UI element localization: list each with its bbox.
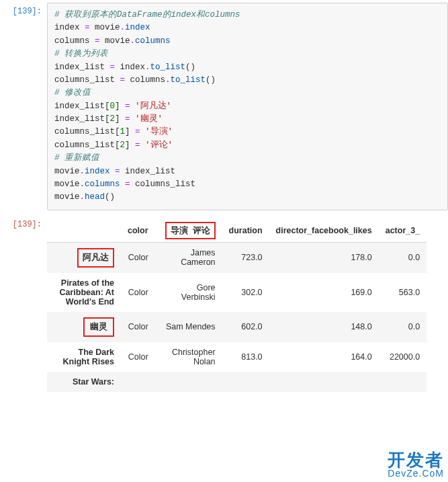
code-comment: # 转换为列表 bbox=[54, 49, 108, 58]
cell-color bbox=[121, 372, 155, 392]
table-row: The Dark Knight Rises Color Christopher … bbox=[47, 342, 427, 372]
output-cell: [139]: color 导演 评论 duration director_fac… bbox=[0, 213, 448, 395]
cell-likes bbox=[379, 372, 427, 392]
cell-director: Gore Verbinski bbox=[155, 273, 222, 312]
code-token: index_list bbox=[120, 167, 176, 176]
code-dot: . bbox=[80, 179, 85, 189]
code-block[interactable]: # 获取到原本的DataFrame的index和columns index = … bbox=[47, 3, 448, 210]
code-attr: index bbox=[125, 23, 150, 32]
cell-director: Christopher Nolan bbox=[155, 342, 222, 372]
col-header-text: 导演 bbox=[171, 226, 188, 235]
table-row: Star Wars: bbox=[47, 372, 427, 392]
code-operator: = bbox=[120, 75, 126, 85]
row-header: 幽灵 bbox=[47, 312, 121, 342]
code-operator: = bbox=[85, 23, 90, 32]
code-token: movie bbox=[54, 192, 80, 202]
output-prompt: [139]: bbox=[0, 216, 47, 392]
cell-likes: 0.0 bbox=[379, 242, 427, 273]
code-token: movie bbox=[100, 36, 130, 46]
code-string: '评论' bbox=[145, 140, 173, 150]
code-number: 1 bbox=[120, 127, 126, 136]
code-token: columns bbox=[54, 36, 95, 46]
cell-critic: 602.0 bbox=[222, 312, 269, 342]
code-operator: = bbox=[95, 36, 100, 46]
cell-critic: 813.0 bbox=[222, 342, 269, 372]
code-dot: . bbox=[80, 167, 85, 176]
output-area: color 导演 评论 duration director_facebook_l… bbox=[47, 216, 448, 392]
code-number: 0 bbox=[110, 102, 116, 111]
col-header: director_facebook_likes bbox=[269, 220, 379, 243]
cell-likes: 22000.0 bbox=[379, 342, 427, 372]
code-operator: = bbox=[135, 127, 140, 136]
code-comment: # 获取到原本的DataFrame的index和columns bbox=[54, 10, 240, 19]
code-token: () bbox=[185, 63, 195, 72]
code-token: ] bbox=[125, 127, 135, 136]
code-operator: = bbox=[125, 179, 130, 189]
highlight-box: 阿凡达 bbox=[77, 248, 114, 268]
code-token: ] bbox=[115, 114, 125, 124]
table-row: Pirates of the Caribbean: At World's End… bbox=[47, 273, 427, 312]
row-header: 阿凡达 bbox=[47, 242, 121, 273]
code-attr: columns bbox=[135, 36, 171, 46]
cell-duration: 164.0 bbox=[269, 342, 379, 372]
code-token: movie bbox=[90, 23, 120, 32]
cell-duration bbox=[269, 372, 379, 392]
corner-cell bbox=[47, 220, 121, 243]
cell-duration: 148.0 bbox=[269, 312, 379, 342]
table-row: 阿凡达 Color James Cameron 723.0 178.0 0.0 bbox=[47, 242, 427, 273]
code-operator: = bbox=[125, 114, 130, 124]
row-header: Pirates of the Caribbean: At World's End bbox=[47, 273, 121, 312]
code-attr: index bbox=[85, 167, 110, 176]
cell-color: Color bbox=[121, 342, 155, 372]
cell-color: Color bbox=[121, 273, 155, 312]
cell-duration: 178.0 bbox=[269, 242, 379, 273]
code-token: index_list bbox=[54, 63, 110, 72]
code-attr: head bbox=[85, 192, 105, 202]
code-token: columns_list[ bbox=[54, 127, 120, 136]
code-token: columns_list[ bbox=[54, 140, 120, 150]
code-comment: # 重新赋值 bbox=[54, 153, 99, 163]
code-operator: = bbox=[135, 140, 140, 150]
code-comment: # 修改值 bbox=[54, 88, 91, 97]
table-header-row: color 导演 评论 duration director_facebook_l… bbox=[47, 220, 427, 243]
col-header: color bbox=[121, 220, 155, 243]
code-token: index_list[ bbox=[54, 114, 110, 124]
cell-director: Sam Mendes bbox=[155, 312, 222, 342]
col-header: duration bbox=[222, 220, 269, 243]
code-token: index bbox=[54, 23, 85, 32]
watermark: 开发者 DevZe.CoM bbox=[388, 451, 444, 478]
table-row: 幽灵 Color Sam Mendes 602.0 148.0 0.0 bbox=[47, 312, 427, 342]
input-cell: [139]: # 获取到原本的DataFrame的index和columns i… bbox=[0, 0, 448, 213]
code-operator: = bbox=[110, 63, 116, 72]
code-attr: columns bbox=[85, 179, 120, 189]
code-token: () bbox=[105, 192, 115, 202]
code-dot: . bbox=[120, 23, 126, 32]
row-header: Star Wars: bbox=[47, 372, 121, 392]
code-dot: . bbox=[130, 36, 136, 46]
code-token: columns_list bbox=[54, 75, 120, 85]
code-token: index_list[ bbox=[54, 102, 110, 111]
cell-director: James Cameron bbox=[155, 242, 222, 273]
dataframe-table: color 导演 评论 duration director_facebook_l… bbox=[47, 220, 427, 392]
cell-critic: 723.0 bbox=[222, 242, 269, 273]
code-token: index bbox=[115, 63, 145, 72]
code-operator: = bbox=[115, 167, 120, 176]
code-dot: . bbox=[165, 75, 171, 85]
code-dot: . bbox=[80, 192, 85, 202]
highlight-box: 导演 评论 bbox=[165, 222, 216, 239]
cell-duration: 169.0 bbox=[269, 273, 379, 312]
code-dot: . bbox=[145, 63, 150, 72]
watermark-line1: 开发者 bbox=[388, 451, 444, 469]
code-token: columns bbox=[125, 75, 165, 85]
code-operator: = bbox=[125, 102, 130, 111]
cell-director bbox=[155, 372, 222, 392]
cell-color: Color bbox=[121, 312, 155, 342]
code-attr: to_list bbox=[171, 75, 206, 85]
col-header: 导演 评论 bbox=[155, 220, 222, 243]
col-header-text: 评论 bbox=[193, 226, 210, 235]
code-token: columns_list bbox=[130, 179, 196, 189]
code-token: () bbox=[206, 75, 216, 85]
highlight-box: 幽灵 bbox=[83, 317, 114, 337]
cell-critic: 302.0 bbox=[222, 273, 269, 312]
code-token: movie bbox=[54, 179, 80, 189]
